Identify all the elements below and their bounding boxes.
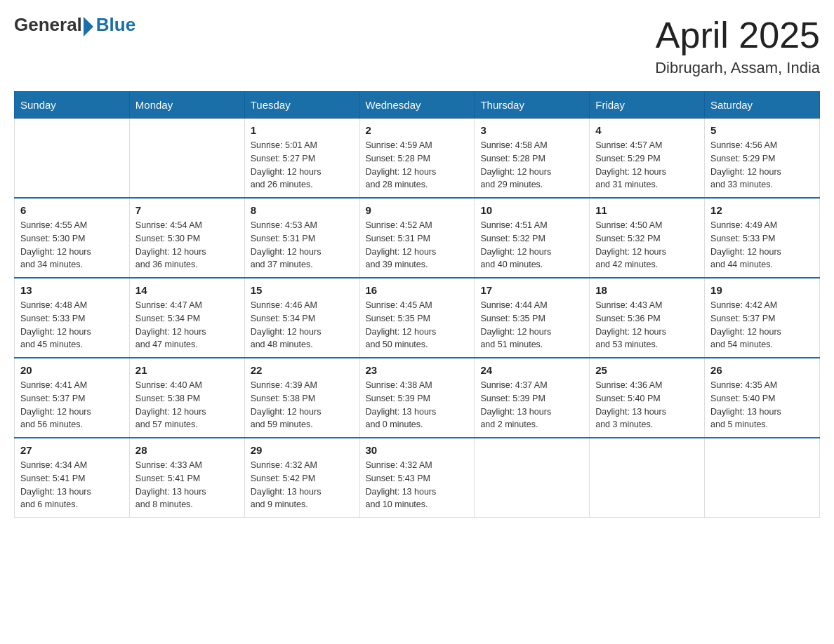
- calendar-cell: 5Sunrise: 4:56 AM Sunset: 5:29 PM Daylig…: [705, 119, 820, 199]
- day-info: Sunrise: 4:40 AM Sunset: 5:38 PM Dayligh…: [135, 379, 239, 431]
- day-info: Sunrise: 4:34 AM Sunset: 5:41 PM Dayligh…: [20, 459, 124, 511]
- day-info: Sunrise: 4:54 AM Sunset: 5:30 PM Dayligh…: [135, 219, 239, 271]
- calendar-cell: 11Sunrise: 4:50 AM Sunset: 5:32 PM Dayli…: [590, 198, 705, 278]
- day-number: 27: [20, 444, 124, 456]
- calendar-cell: 16Sunrise: 4:45 AM Sunset: 5:35 PM Dayli…: [359, 278, 475, 358]
- calendar-cell: 30Sunrise: 4:32 AM Sunset: 5:43 PM Dayli…: [359, 438, 475, 518]
- day-number: 4: [595, 124, 699, 136]
- day-number: 9: [366, 204, 469, 216]
- page-title: April 2025: [655, 14, 820, 56]
- calendar-cell: 25Sunrise: 4:36 AM Sunset: 5:40 PM Dayli…: [590, 358, 705, 438]
- calendar-cell: 2Sunrise: 4:59 AM Sunset: 5:28 PM Daylig…: [359, 119, 475, 199]
- calendar-table: SundayMondayTuesdayWednesdayThursdayFrid…: [14, 91, 820, 518]
- day-info: Sunrise: 4:59 AM Sunset: 5:28 PM Dayligh…: [366, 139, 469, 192]
- calendar-header-friday: Friday: [590, 92, 705, 119]
- day-info: Sunrise: 4:55 AM Sunset: 5:30 PM Dayligh…: [20, 219, 124, 271]
- calendar-cell: 22Sunrise: 4:39 AM Sunset: 5:38 PM Dayli…: [244, 358, 359, 438]
- day-info: Sunrise: 4:56 AM Sunset: 5:29 PM Dayligh…: [710, 139, 814, 192]
- day-info: Sunrise: 4:32 AM Sunset: 5:43 PM Dayligh…: [366, 459, 469, 511]
- day-number: 8: [251, 204, 354, 216]
- day-number: 1: [251, 124, 354, 136]
- day-number: 20: [20, 364, 124, 376]
- calendar-cell: 17Sunrise: 4:44 AM Sunset: 5:35 PM Dayli…: [475, 278, 590, 358]
- page-subtitle: Dibrugarh, Assam, India: [655, 59, 820, 77]
- day-info: Sunrise: 5:01 AM Sunset: 5:27 PM Dayligh…: [251, 139, 354, 192]
- day-info: Sunrise: 4:41 AM Sunset: 5:37 PM Dayligh…: [20, 379, 124, 431]
- calendar-header-monday: Monday: [129, 92, 244, 119]
- calendar-header-wednesday: Wednesday: [359, 92, 475, 119]
- calendar-cell: 14Sunrise: 4:47 AM Sunset: 5:34 PM Dayli…: [129, 278, 244, 358]
- logo-general-text: General: [14, 14, 82, 36]
- day-info: Sunrise: 4:32 AM Sunset: 5:42 PM Dayligh…: [251, 459, 354, 511]
- calendar-header-saturday: Saturday: [705, 92, 820, 119]
- page-header: General Blue April 2025 Dibrugarh, Assam…: [14, 14, 820, 77]
- day-number: 18: [595, 284, 699, 296]
- calendar-cell: 26Sunrise: 4:35 AM Sunset: 5:40 PM Dayli…: [705, 358, 820, 438]
- calendar-cell: 18Sunrise: 4:43 AM Sunset: 5:36 PM Dayli…: [590, 278, 705, 358]
- calendar-cell: 8Sunrise: 4:53 AM Sunset: 5:31 PM Daylig…: [244, 198, 359, 278]
- day-info: Sunrise: 4:42 AM Sunset: 5:37 PM Dayligh…: [710, 299, 814, 351]
- title-section: April 2025 Dibrugarh, Assam, India: [655, 14, 820, 77]
- day-info: Sunrise: 4:43 AM Sunset: 5:36 PM Dayligh…: [595, 299, 699, 351]
- calendar-cell: 29Sunrise: 4:32 AM Sunset: 5:42 PM Dayli…: [244, 438, 359, 518]
- calendar-cell: 1Sunrise: 5:01 AM Sunset: 5:27 PM Daylig…: [244, 119, 359, 199]
- calendar-cell: 20Sunrise: 4:41 AM Sunset: 5:37 PM Dayli…: [15, 358, 130, 438]
- day-number: 7: [135, 204, 239, 216]
- day-number: 2: [366, 124, 469, 136]
- day-number: 29: [251, 444, 354, 456]
- day-number: 10: [480, 204, 583, 216]
- day-info: Sunrise: 4:57 AM Sunset: 5:29 PM Dayligh…: [595, 139, 699, 192]
- day-info: Sunrise: 4:51 AM Sunset: 5:32 PM Dayligh…: [480, 219, 583, 271]
- day-number: 16: [366, 284, 469, 296]
- day-info: Sunrise: 4:52 AM Sunset: 5:31 PM Dayligh…: [366, 219, 469, 271]
- day-number: 12: [710, 204, 814, 216]
- day-number: 5: [710, 124, 814, 136]
- day-number: 17: [480, 284, 583, 296]
- day-number: 15: [251, 284, 354, 296]
- day-info: Sunrise: 4:36 AM Sunset: 5:40 PM Dayligh…: [595, 379, 699, 431]
- calendar-cell: 27Sunrise: 4:34 AM Sunset: 5:41 PM Dayli…: [15, 438, 130, 518]
- day-info: Sunrise: 4:50 AM Sunset: 5:32 PM Dayligh…: [595, 219, 699, 271]
- calendar-header-tuesday: Tuesday: [244, 92, 359, 119]
- day-info: Sunrise: 4:46 AM Sunset: 5:34 PM Dayligh…: [251, 299, 354, 351]
- day-info: Sunrise: 4:35 AM Sunset: 5:40 PM Dayligh…: [710, 379, 814, 431]
- calendar-cell: 23Sunrise: 4:38 AM Sunset: 5:39 PM Dayli…: [359, 358, 475, 438]
- day-info: Sunrise: 4:45 AM Sunset: 5:35 PM Dayligh…: [366, 299, 469, 351]
- day-number: 30: [366, 444, 469, 456]
- calendar-header-thursday: Thursday: [475, 92, 590, 119]
- day-info: Sunrise: 4:44 AM Sunset: 5:35 PM Dayligh…: [480, 299, 583, 351]
- day-number: 23: [366, 364, 469, 376]
- calendar-cell: 12Sunrise: 4:49 AM Sunset: 5:33 PM Dayli…: [705, 198, 820, 278]
- day-info: Sunrise: 4:58 AM Sunset: 5:28 PM Dayligh…: [480, 139, 583, 192]
- logo: General Blue: [14, 14, 135, 36]
- calendar-cell: 3Sunrise: 4:58 AM Sunset: 5:28 PM Daylig…: [475, 119, 590, 199]
- day-number: 26: [710, 364, 814, 376]
- day-number: 28: [135, 444, 239, 456]
- calendar-week-row: 1Sunrise: 5:01 AM Sunset: 5:27 PM Daylig…: [15, 119, 820, 199]
- calendar-cell: 7Sunrise: 4:54 AM Sunset: 5:30 PM Daylig…: [129, 198, 244, 278]
- calendar-header-row: SundayMondayTuesdayWednesdayThursdayFrid…: [15, 92, 820, 119]
- calendar-cell: 10Sunrise: 4:51 AM Sunset: 5:32 PM Dayli…: [475, 198, 590, 278]
- day-number: 3: [480, 124, 583, 136]
- calendar-cell: 19Sunrise: 4:42 AM Sunset: 5:37 PM Dayli…: [705, 278, 820, 358]
- calendar-cell: 4Sunrise: 4:57 AM Sunset: 5:29 PM Daylig…: [590, 119, 705, 199]
- calendar-cell: 24Sunrise: 4:37 AM Sunset: 5:39 PM Dayli…: [475, 358, 590, 438]
- day-number: 14: [135, 284, 239, 296]
- calendar-header-sunday: Sunday: [15, 92, 130, 119]
- day-number: 13: [20, 284, 124, 296]
- logo-blue-text: Blue: [96, 14, 135, 36]
- day-info: Sunrise: 4:37 AM Sunset: 5:39 PM Dayligh…: [480, 379, 583, 431]
- calendar-cell: 6Sunrise: 4:55 AM Sunset: 5:30 PM Daylig…: [15, 198, 130, 278]
- calendar-cell: 15Sunrise: 4:46 AM Sunset: 5:34 PM Dayli…: [244, 278, 359, 358]
- calendar-week-row: 20Sunrise: 4:41 AM Sunset: 5:37 PM Dayli…: [15, 358, 820, 438]
- day-number: 19: [710, 284, 814, 296]
- calendar-cell: [15, 119, 130, 199]
- calendar-cell: [475, 438, 590, 518]
- calendar-cell: [129, 119, 244, 199]
- day-info: Sunrise: 4:49 AM Sunset: 5:33 PM Dayligh…: [710, 219, 814, 271]
- day-number: 21: [135, 364, 239, 376]
- day-info: Sunrise: 4:53 AM Sunset: 5:31 PM Dayligh…: [251, 219, 354, 271]
- calendar-cell: 21Sunrise: 4:40 AM Sunset: 5:38 PM Dayli…: [129, 358, 244, 438]
- calendar-cell: 13Sunrise: 4:48 AM Sunset: 5:33 PM Dayli…: [15, 278, 130, 358]
- day-info: Sunrise: 4:48 AM Sunset: 5:33 PM Dayligh…: [20, 299, 124, 351]
